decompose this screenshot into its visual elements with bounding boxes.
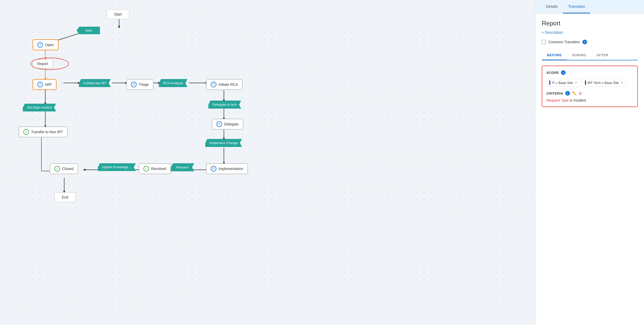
resolve-label: Resolve xyxy=(171,163,194,171)
svg-marker-1 xyxy=(118,26,120,29)
criteria-title: CRITERIA xyxy=(546,91,563,95)
open-state: ⏱ Open xyxy=(33,39,58,50)
criteria-header: CRITERIA i ✏️ 🗑 xyxy=(546,91,633,96)
scope-tag-bar-2 xyxy=(585,80,586,85)
common-transition-row: Common Transition i xyxy=(542,40,638,44)
criteria-val: Incident xyxy=(573,98,586,102)
update-knowledge-label: Update Knowledge ... xyxy=(98,163,136,171)
scope-tag-label-1: IT « Base Site xyxy=(552,81,573,85)
wip-node[interactable]: ⏱ WIP xyxy=(33,79,56,90)
start-transition-node[interactable]: Start xyxy=(77,27,100,34)
scope-tag-1: IT « Base Site × xyxy=(546,79,580,87)
criteria-delete-icon[interactable]: 🗑 xyxy=(579,91,582,95)
sub-tabs: BEFORE DURING AFTER xyxy=(542,51,638,60)
update-knowledge-node[interactable]: Update Knowledge ... xyxy=(98,163,136,171)
resolve-node[interactable]: Resolve xyxy=(171,163,194,171)
implementation-icon: ⏱ xyxy=(211,166,216,172)
resolved-state: ✓ Resolved xyxy=(139,163,171,174)
scope-info-icon[interactable]: i xyxy=(561,70,566,75)
delegate-node[interactable]: ⏱ Delegate xyxy=(212,119,243,130)
scope-tag-label-2: IRT Tech « Base Site xyxy=(588,81,619,85)
panel-content: Report + Description Common Transition i… xyxy=(536,13,644,113)
closed-node[interactable]: ✓ Closed xyxy=(50,163,78,174)
open-node[interactable]: ⏱ Open xyxy=(33,39,58,50)
closed-state: ✓ Closed xyxy=(50,163,78,174)
start-transition-label: Start xyxy=(77,27,100,34)
right-panel: Details Transition Report + Description … xyxy=(535,0,644,325)
report-state: Report xyxy=(33,59,53,68)
transfer-non-irt-state: ✓ Transfer to Non IRT xyxy=(19,126,68,137)
initiate-rca-node[interactable]: ⏱ Initiate RCA xyxy=(206,79,243,90)
common-transition-info-icon[interactable]: i xyxy=(582,40,587,44)
rca-analysis-label: RCA Analysis xyxy=(159,79,187,87)
collaborate-irt-label: Collaborate IRT xyxy=(79,79,111,87)
tab-transition[interactable]: Transition xyxy=(563,0,590,13)
initiate-rca-state: ⏱ Initiate RCA xyxy=(206,79,243,90)
sub-tab-before[interactable]: BEFORE xyxy=(542,51,567,60)
start-terminal-box: Start xyxy=(107,9,129,19)
collaborate-irt-node[interactable]: Collaborate IRT xyxy=(79,79,111,87)
sub-tab-during[interactable]: DURING xyxy=(567,51,591,60)
open-icon: ⏱ xyxy=(37,42,43,48)
scope-tags: IT « Base Site × IRT Tech « Base Site × xyxy=(546,79,633,87)
delegate-to-tech-node[interactable]: Delegate to tech xyxy=(208,101,241,109)
scope-tag-bar-1 xyxy=(549,80,550,85)
not-major-incident-label: Not Major incident xyxy=(23,104,56,111)
workflow-lines xyxy=(0,0,535,325)
scope-criteria-box: SCOPE i IT « Base Site × IRT Tech « Base… xyxy=(542,66,638,107)
panel-tabs: Details Transition xyxy=(536,0,644,13)
end-terminal-box: End xyxy=(54,192,76,202)
triage-node[interactable]: ⏱ Triage xyxy=(126,79,153,90)
transfer-non-irt-node[interactable]: ✓ Transfer to Non IRT xyxy=(19,126,68,137)
implement-change-label: Implement Change xyxy=(205,139,242,147)
triage-icon: ⏱ xyxy=(131,82,137,87)
not-major-incident-node[interactable]: Not Major incident xyxy=(23,104,56,111)
delegate-to-tech-label: Delegate to tech xyxy=(208,101,241,109)
resolved-node[interactable]: ✓ Resolved xyxy=(139,163,171,174)
criteria-text: Request Type is Incident xyxy=(546,98,633,102)
report-node[interactable]: Report xyxy=(33,59,53,68)
criteria-info-icon[interactable]: i xyxy=(565,91,570,96)
scope-tag-close-1[interactable]: × xyxy=(575,81,577,85)
triage-state: ⏱ Triage xyxy=(126,79,153,90)
common-transition-label: Common Transition xyxy=(548,40,580,44)
closed-icon: ✓ xyxy=(54,166,60,172)
wip-state: ⏱ WIP xyxy=(33,79,56,90)
initiate-rca-icon: ⏱ xyxy=(211,82,216,87)
start-terminal-node[interactable]: Start xyxy=(107,9,129,19)
scope-title: SCOPE xyxy=(546,71,559,75)
implement-change-node[interactable]: Implement Change xyxy=(205,139,242,147)
tab-details[interactable]: Details xyxy=(541,0,563,13)
implementation-node[interactable]: ⏱ Implementation xyxy=(206,163,248,174)
common-transition-checkbox[interactable] xyxy=(542,40,546,44)
delegate-icon: ⏱ xyxy=(216,121,222,127)
panel-title: Report xyxy=(542,20,638,27)
scope-header: SCOPE i xyxy=(546,70,633,75)
transfer-icon: ✓ xyxy=(23,129,29,135)
workflow-canvas[interactable]: Start Start ⏱ Open Report ⏱ WIP Collabor… xyxy=(0,0,535,325)
add-description-link[interactable]: + Description xyxy=(542,30,563,34)
end-terminal-node[interactable]: End xyxy=(54,192,76,202)
scope-tag-2: IRT Tech « Base Site × xyxy=(582,79,626,87)
implementation-state: ⏱ Implementation xyxy=(206,163,248,174)
criteria-op: is xyxy=(570,98,573,102)
svg-marker-35 xyxy=(83,169,85,171)
wip-icon: ⏱ xyxy=(37,82,43,87)
criteria-key: Request Type xyxy=(546,98,569,102)
criteria-edit-icon[interactable]: ✏️ xyxy=(572,91,576,95)
resolved-icon: ✓ xyxy=(143,166,149,172)
delegate-state: ⏱ Delegate xyxy=(212,119,243,130)
rca-analysis-node[interactable]: RCA Analysis xyxy=(159,79,187,87)
scope-tag-close-2[interactable]: × xyxy=(621,81,623,85)
sub-tab-after[interactable]: AFTER xyxy=(591,51,613,60)
